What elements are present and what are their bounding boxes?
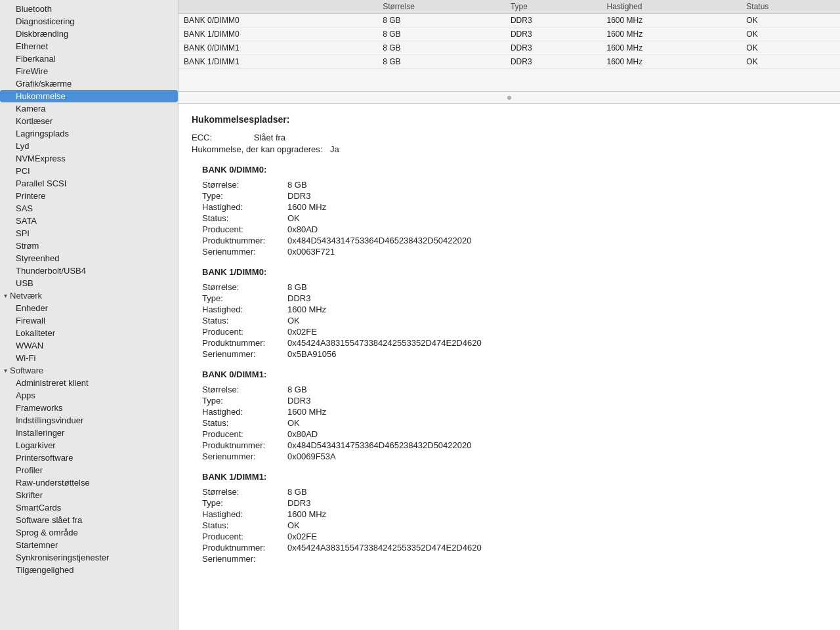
sidebar-item-wwan[interactable]: WWAN [0, 339, 178, 352]
sidebar-item-fiberkanal[interactable]: Fiberkanal [0, 52, 178, 65]
bank-field-row: Serienummer:0x5BA91056 [202, 349, 827, 359]
bank-field-label: Størrelse: [202, 282, 287, 292]
sidebar-item-parallel-scsi[interactable]: Parallel SCSI [0, 177, 178, 190]
upgradeable-label: Hukommelse, der kan opgraderes: Ja [192, 144, 349, 154]
col-type: Type [505, 0, 602, 14]
bank-field-label: Produktnummer: [202, 543, 287, 553]
bank-field-value: 8 GB [287, 385, 307, 394]
table-header-row: Størrelse Type Hastighed Status [178, 0, 840, 14]
sidebar-item-hukommelse[interactable]: Hukommelse [0, 90, 178, 102]
bank-field-label: Hastighed: [202, 202, 287, 212]
sidebar-section-software[interactable]: ▾Software [0, 364, 178, 377]
sidebar: BluetoothDiagnosticeringDiskbrændingEthe… [0, 0, 178, 630]
sidebar-item-firewall[interactable]: Firewall [0, 314, 178, 327]
col-speed: Hastighed [601, 0, 741, 14]
bank-field-label: Hastighed: [202, 304, 287, 314]
sidebar-item-sprog---omr-de[interactable]: Sprog & område [0, 526, 178, 539]
sidebar-item-administreret-klient[interactable]: Administreret klient [0, 377, 178, 389]
cell-status: OK [741, 14, 840, 28]
memory-summary-table: Størrelse Type Hastighed Status BANK 0/D… [178, 0, 840, 69]
sidebar-item-pci[interactable]: PCI [0, 165, 178, 177]
section-arrow: ▾ [4, 367, 7, 374]
sidebar-item-printere[interactable]: Printere [0, 190, 178, 202]
bank-field-row: Hastighed:1600 MHz [202, 304, 827, 314]
sidebar-item-frameworks[interactable]: Frameworks [0, 402, 178, 414]
sidebar-item-synkroniseringstjenester[interactable]: Synkroniseringstjenester [0, 551, 178, 564]
bank-field-label: Status: [202, 213, 287, 223]
section-label: Software [10, 366, 43, 375]
sidebar-item-skrifter[interactable]: Skrifter [0, 489, 178, 501]
bank-field-value: OK [287, 418, 300, 428]
sidebar-item-lagringsplads[interactable]: Lagringsplads [0, 127, 178, 140]
bank-field-value: 0x5BA91056 [287, 349, 336, 359]
bank-field-value: 0x45424A383155473384242553352D474E2D4620 [287, 543, 482, 553]
sidebar-item-spi[interactable]: SPI [0, 227, 178, 240]
table-row[interactable]: BANK 0/DIMM1 8 GB DDR3 1600 MHz OK [178, 41, 840, 55]
sidebar-item-lokaliteter[interactable]: Lokaliteter [0, 327, 178, 339]
sidebar-item-diskbr-nding[interactable]: Diskbrænding [0, 28, 178, 40]
sidebar-item-kamera[interactable]: Kamera [0, 102, 178, 115]
sidebar-item-profiler[interactable]: Profiler [0, 464, 178, 476]
bank-title: BANK 1/DIMM1: [202, 472, 827, 482]
sidebar-item-firewire[interactable]: FireWire [0, 65, 178, 77]
sidebar-item-kortl-ser[interactable]: Kortlæser [0, 115, 178, 127]
sidebar-item-startemner[interactable]: Startemner [0, 539, 178, 551]
bank-field-row: Serienummer: [202, 554, 827, 564]
sidebar-item-software-sl-et-fra[interactable]: Software slået fra [0, 514, 178, 526]
sidebar-item-lyd[interactable]: Lyd [0, 140, 178, 152]
scroll-dot [507, 96, 511, 100]
sidebar-item-wi-fi[interactable]: Wi-Fi [0, 352, 178, 364]
bank-field-row: Produktnummer:0x45424A383155473384242553… [202, 543, 827, 553]
upgradeable-value: Ja [330, 144, 339, 154]
sidebar-item-thunderbolt-usb4[interactable]: Thunderbolt/USB4 [0, 264, 178, 277]
sidebar-item-styreenhed[interactable]: Styreenhed [0, 252, 178, 264]
bank-field-value: DDR3 [287, 191, 310, 201]
sidebar-item-grafik-sk-rme[interactable]: Grafik/skærme [0, 77, 178, 90]
bank-field-label: Serienummer: [202, 247, 287, 257]
table-row[interactable]: BANK 1/DIMM0 8 GB DDR3 1600 MHz OK [178, 28, 840, 41]
bank-field-value: 1600 MHz [287, 509, 326, 519]
sidebar-item-enheder[interactable]: Enheder [0, 302, 178, 314]
cell-status: OK [741, 55, 840, 69]
sidebar-item-sas[interactable]: SAS [0, 202, 178, 215]
sidebar-item-str-m[interactable]: Strøm [0, 240, 178, 252]
sidebar-item-apps[interactable]: Apps [0, 389, 178, 402]
sidebar-item-bluetooth[interactable]: Bluetooth [0, 3, 178, 15]
sidebar-item-indstillingsvinduer[interactable]: Indstillingsvinduer [0, 414, 178, 427]
section-label: Netværk [10, 291, 42, 301]
cell-status: OK [741, 41, 840, 55]
table-row[interactable]: BANK 0/DIMM0 8 GB DDR3 1600 MHz OK [178, 14, 840, 28]
table-row[interactable]: BANK 1/DIMM1 8 GB DDR3 1600 MHz OK [178, 55, 840, 69]
bank-field-label: Status: [202, 418, 287, 428]
bank-field-row: Status:OK [202, 213, 827, 223]
detail-area[interactable]: Hukommelsespladser: ECC: Slået fra Hukom… [178, 104, 840, 630]
bank-field-row: Producent:0x80AD [202, 224, 827, 234]
sidebar-item-nvmexpress[interactable]: NVMExpress [0, 152, 178, 165]
bank-field-row: Produktnummer:0x45424A383155473384242553… [202, 338, 827, 348]
sidebar-item-printersoftware[interactable]: Printersoftware [0, 452, 178, 464]
sidebar-item-usb[interactable]: USB [0, 277, 178, 289]
sidebar-item-tilg-ngelighed[interactable]: Tilgængelighed [0, 564, 178, 576]
sidebar-section-netværk[interactable]: ▾Netværk [0, 289, 178, 302]
bank-field-value: 0x02FE [287, 532, 317, 541]
sidebar-item-raw-underst-ttelse[interactable]: Raw-understøttelse [0, 476, 178, 489]
bank-field-value: 0x45424A383155473384242553352D474E2D4620 [287, 338, 482, 348]
bank-field-value: 0x80AD [287, 429, 318, 439]
bank-title: BANK 0/DIMM0: [202, 165, 827, 175]
cell-slot: BANK 0/DIMM1 [178, 41, 377, 55]
sidebar-item-installeringer[interactable]: Installeringer [0, 427, 178, 439]
cell-slot: BANK 0/DIMM0 [178, 14, 377, 28]
sidebar-item-diagnosticering[interactable]: Diagnosticering [0, 15, 178, 28]
sidebar-item-sata[interactable]: SATA [0, 215, 178, 227]
ecc-value: Slået fra [254, 133, 285, 142]
cell-slot: BANK 1/DIMM0 [178, 28, 377, 41]
sidebar-item-smartcards[interactable]: SmartCards [0, 501, 178, 514]
bank-field-row: Hastighed:1600 MHz [202, 407, 827, 417]
ecc-label: ECC: Slået fra [192, 133, 349, 142]
bank-field-value: 0x0063F721 [287, 247, 335, 257]
bank-field-row: Type:DDR3 [202, 396, 827, 406]
sidebar-item-logarkiver[interactable]: Logarkiver [0, 439, 178, 452]
bank-field-value: OK [287, 520, 300, 530]
section-arrow: ▾ [4, 292, 7, 299]
sidebar-item-ethernet[interactable]: Ethernet [0, 40, 178, 52]
